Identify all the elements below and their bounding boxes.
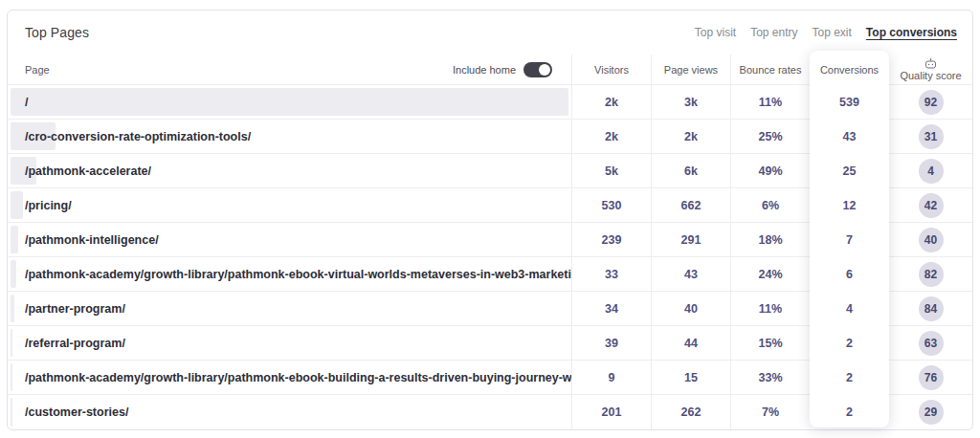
table-row[interactable]: /customer-stories/ 201 262 7% 2 29 [8, 395, 972, 429]
visitors-cell: 33 [571, 257, 651, 291]
bounce-rate-cell: 7% [730, 395, 810, 429]
table-row[interactable]: /referral-program/ 39 44 15% 2 63 [8, 326, 972, 361]
visitors-cell: 39 [571, 326, 651, 360]
page-cell: / [8, 85, 571, 119]
table-row[interactable]: /pathmonk-academy/growth-library/pathmon… [8, 257, 972, 292]
bounce-rate-cell: 11% [730, 292, 810, 325]
quality-score-cell: 4 [889, 154, 972, 187]
table-body: / 2k 3k 11% 539 92 /cro-conversion-rate-… [8, 85, 972, 429]
bounce-rate-cell: 15% [730, 326, 810, 360]
quality-score-cell: 40 [889, 223, 972, 256]
table-row[interactable]: / 2k 3k 11% 539 92 [8, 85, 972, 120]
bounce-rate-cell: 24% [730, 257, 810, 291]
page-views-cell: 262 [651, 395, 730, 429]
visitors-cell: 239 [571, 223, 651, 256]
quality-score-badge: 40 [919, 228, 944, 252]
tab-top-visit[interactable]: Top visit [695, 26, 736, 39]
page-path: /pathmonk-intelligence/ [25, 233, 159, 247]
page-views-cell: 6k [651, 154, 730, 187]
top-pages-table: Page Include home Visitors Page views Bo… [8, 55, 972, 429]
include-home-label: Include home [453, 64, 516, 76]
page-cell: /pricing/ [8, 188, 571, 222]
conversion-bar [11, 363, 12, 391]
page-path: /customer-stories/ [25, 405, 128, 419]
table-header-row: Page Include home Visitors Page views Bo… [8, 55, 972, 85]
quality-score-cell: 84 [889, 292, 972, 325]
page-path: / [25, 96, 28, 109]
conversion-bar [11, 88, 568, 116]
quality-score-badge: 31 [919, 124, 944, 149]
tab-top-exit[interactable]: Top exit [813, 26, 852, 39]
conversions-cell: 2 [810, 361, 889, 394]
top-pages-panel: Top Pages Top visitTop entryTop exitTop … [7, 10, 973, 430]
quality-score-badge: 92 [919, 90, 944, 115]
page-path: /pricing/ [25, 199, 72, 212]
conversions-cell: 7 [810, 223, 889, 256]
page-cell: /pathmonk-academy/growth-library/pathmon… [8, 361, 571, 394]
table-row[interactable]: /pathmonk-accelerate/ 5k 6k 49% 25 4 [8, 154, 972, 188]
panel-header: Top Pages Top visitTop entryTop exitTop … [8, 11, 972, 55]
quality-score-badge: 29 [919, 400, 944, 425]
tab-top-entry[interactable]: Top entry [750, 26, 797, 39]
bounce-rate-cell: 49% [730, 154, 810, 187]
quality-score-label: Quality score [900, 71, 961, 81]
page-path: /pathmonk-academy/growth-library/pathmon… [25, 371, 571, 384]
conversion-bar [11, 260, 16, 288]
page-views-cell: 2k [651, 120, 730, 153]
conversions-cell: 2 [810, 326, 889, 360]
conversions-cell: 43 [810, 120, 889, 153]
tab-top-conversions[interactable]: Top conversions [866, 26, 957, 39]
quality-score-cell: 76 [889, 361, 972, 394]
quality-score-badge: 82 [919, 262, 944, 287]
column-header-quality-score: Quality score [889, 55, 972, 84]
conversions-cell: 539 [810, 85, 889, 119]
table-row[interactable]: /pathmonk-intelligence/ 239 291 18% 7 40 [8, 223, 972, 257]
visitors-cell: 530 [571, 188, 651, 222]
quality-score-cell: 29 [889, 395, 972, 429]
conversions-cell: 2 [810, 395, 889, 429]
bounce-rate-cell: 33% [730, 361, 810, 394]
page-views-cell: 40 [651, 292, 730, 325]
page-cell: /customer-stories/ [8, 395, 571, 429]
conversion-bar [11, 191, 23, 219]
visitors-cell: 34 [571, 292, 651, 325]
conversions-cell: 4 [810, 292, 889, 325]
page-cell: /partner-program/ [8, 292, 571, 325]
quality-score-cell: 82 [889, 257, 972, 291]
table-row[interactable]: /pathmonk-academy/growth-library/pathmon… [8, 361, 972, 395]
quality-score-badge: 84 [919, 296, 944, 321]
page-cell: /cro-conversion-rate-optimization-tools/ [8, 120, 571, 153]
include-home-toggle[interactable] [523, 62, 552, 77]
table-row[interactable]: /cro-conversion-rate-optimization-tools/… [8, 120, 972, 154]
table-row[interactable]: /partner-program/ 34 40 11% 4 84 [8, 292, 972, 326]
bounce-rate-cell: 6% [730, 188, 810, 222]
quality-score-cell: 31 [889, 120, 972, 153]
page-path: /referral-program/ [25, 337, 125, 350]
conversion-bar [11, 398, 12, 427]
column-header-page-views: Page views [651, 55, 730, 84]
page-cell: /pathmonk-intelligence/ [8, 223, 571, 256]
visitors-cell: 5k [571, 154, 651, 187]
conversions-cell: 25 [810, 154, 889, 187]
conversions-cell: 12 [810, 188, 889, 222]
quality-score-cell: 92 [889, 85, 972, 119]
quality-score-badge: 42 [919, 193, 944, 218]
visitors-cell: 2k [571, 120, 651, 153]
page-path: /cro-conversion-rate-optimization-tools/ [25, 130, 251, 143]
toggle-knob [539, 64, 550, 76]
robot-icon [924, 58, 937, 70]
bounce-rate-cell: 25% [730, 120, 810, 153]
table-row[interactable]: /pricing/ 530 662 6% 12 42 [8, 188, 972, 223]
panel-title: Top Pages [25, 25, 89, 40]
visitors-cell: 2k [571, 85, 651, 119]
conversion-bar [11, 226, 18, 253]
page-views-cell: 3k [651, 85, 730, 119]
page-cell: /referral-program/ [8, 326, 571, 360]
quality-score-badge: 63 [919, 331, 944, 356]
conversions-cell: 6 [810, 257, 889, 291]
quality-score-cell: 63 [889, 326, 972, 360]
page-views-cell: 15 [651, 361, 730, 394]
column-header-bounce-rates: Bounce rates [730, 55, 810, 84]
page-path: /pathmonk-accelerate/ [25, 164, 151, 178]
column-header-visitors: Visitors [571, 55, 651, 84]
